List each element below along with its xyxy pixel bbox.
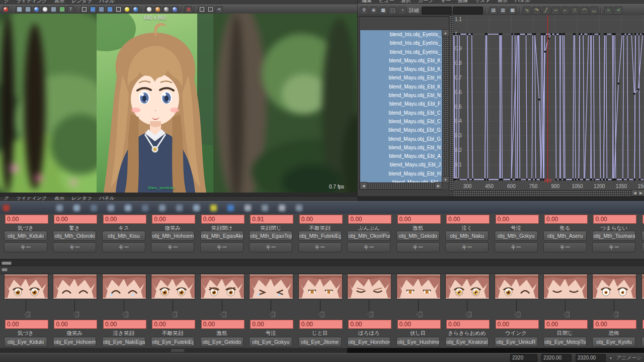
mouth-key-button[interactable]: キー [543,242,587,252]
graph-menu-item-1[interactable]: ビュー [378,0,394,4]
graph-menu-item-4[interactable]: キー [440,0,451,4]
range-end-field[interactable]: 2320.00 [541,354,572,362]
mouth-object-button[interactable]: obj_Mth_Gekido [396,231,440,241]
eye-slider-track[interactable] [74,300,75,314]
channel-row[interactable]: blend_Mayu.obj_Ebl_C [360,117,442,126]
eye-slider-track[interactable] [418,300,419,314]
eye-thumbnail-6[interactable] [298,274,343,299]
checker-cube-icon[interactable] [115,6,122,13]
wireshade-cube-icon[interactable] [106,6,114,13]
spline-tangent-icon[interactable]: ∿ [523,7,531,15]
graph-menu-item-7[interactable]: 表示 [497,0,508,4]
mouth-key-button[interactable]: キー [298,242,342,252]
eye-thumbnail-0[interactable] [4,274,48,299]
mouth-value-field[interactable]: 0.00 [446,215,490,224]
mouth-object-button[interactable]: obj_Mth_Hohoemi [151,231,194,241]
graph-scroll-right-icon[interactable]: ▶ [637,190,644,196]
eye-thumbnail-11[interactable] [543,274,588,299]
eye-value-field[interactable]: 0.00 [496,320,539,329]
eye-slider-handle[interactable] [24,312,30,317]
mouth-object-button[interactable]: obj_Mth_Naku [445,231,489,241]
eye-object-button[interactable]: obj_Eye_Jitome [298,337,342,347]
eye-slider-handle[interactable] [465,312,471,317]
eye-object-button[interactable]: obj_Eye_FutekiEgao [151,337,194,347]
mouth-object-button[interactable]: obj_Mth_Tsumaranai [592,231,635,241]
sphere-white-icon[interactable] [41,6,49,13]
mouth-object-button[interactable] [641,231,644,241]
graph-menu-item-2[interactable]: 選択 [401,0,412,4]
graph-hscrollbar[interactable] [453,190,632,196]
eye-slider-handle[interactable] [515,312,521,317]
manip-white-icon[interactable] [145,6,153,13]
split-view-icon[interactable] [58,6,66,13]
lattice-icon[interactable]: ▦ [379,7,387,15]
eye-slider-track[interactable] [614,300,614,314]
cube-a-icon[interactable] [198,6,206,13]
mouth-key-button[interactable]: キー [4,242,47,252]
eye-object-button[interactable]: obj_Eye_Kyofu [592,337,635,347]
eye-thumbnail-13[interactable] [641,274,644,299]
channel-row[interactable]: blend_Iris.obj_EyeIris_ [360,48,442,56]
eye-thumbnail-4[interactable] [200,274,245,299]
eye-thumbnail-8[interactable] [396,274,441,299]
textured-cube-icon[interactable] [98,6,105,13]
mouth-key-button[interactable]: キー [396,242,440,252]
fixed-tangent-icon[interactable]: ◡ [590,7,598,15]
scroll-right-icon[interactable]: ▶ [435,182,442,190]
timebar-grip-dots[interactable] [171,349,184,352]
eye-slider-handle[interactable] [417,312,423,317]
eye-thumbnail-1[interactable] [53,274,97,299]
separator-grip-handle[interactable] [2,261,12,265]
chevron-down-icon[interactable]: ▾ [610,356,612,360]
mouth-key-button[interactable]: キー [592,242,635,252]
outliner-hscrollbar[interactable] [366,183,436,190]
eye-slider-handle[interactable] [318,312,325,317]
eye-thumbnail-2[interactable] [102,274,146,299]
mouth-key-button[interactable]: キー [53,242,96,252]
eye-object-button[interactable]: obj_Eye_MetojiTsuyo [543,337,587,347]
viewport-menu-item-3[interactable]: レンダラ [71,0,92,5]
region-key-icon[interactable]: ⬚ [388,7,397,15]
stat-field-1[interactable] [422,7,452,15]
mouth-value-field[interactable]: 0.00 [397,215,441,224]
mouth-object-button[interactable]: obj_Mth_Aseru [543,231,587,241]
eye-slider-track[interactable] [369,300,369,314]
brush-icon[interactable] [2,6,10,13]
eye-slider-track[interactable] [124,300,124,314]
channel-row[interactable]: blend_Mayu.obj_Ebl_N [360,91,442,100]
eye-slider-track[interactable] [271,300,271,314]
mouth-value-field[interactable]: 0.00 [299,215,343,224]
light-blue-icon[interactable] [132,6,139,13]
hierarchy-icon[interactable] [16,6,23,13]
eye-slider-track[interactable] [222,300,222,314]
channel-row[interactable]: blend_Mayu.obj_Ebl_G [360,135,442,143]
graph-menu-item-8[interactable]: パネル [514,0,530,4]
viewport-menu-item-4[interactable]: パネル [99,0,115,5]
scroll-down-icon[interactable]: ▼ [442,176,449,183]
flat-tangent-icon[interactable]: ─ [551,7,560,15]
mouth-value-field[interactable]: 0.00 [496,215,539,224]
viewport-3d-canvas[interactable]: 640 x 860 0.7 fps Maru_serafuku [0,14,357,193]
channel-row[interactable]: blend_Mayu.obj_Ebl_K [360,65,442,73]
normalized-view-icon[interactable]: ▩ [508,7,517,15]
mouth-key-button[interactable]: キー [151,242,194,252]
eye-slider-track[interactable] [320,300,320,314]
channel-row[interactable]: blend_Iris.obj_EyeIris_ [360,30,442,39]
eye-value-field[interactable]: 0.00 [152,320,195,329]
eye-object-button[interactable]: obj_Eye_KirakiraOmeme [445,337,489,347]
mouth-object-button[interactable]: obj_Mth_Odoroki [53,231,96,241]
eye-value-field[interactable]: 0.00 [5,320,48,329]
shaded-cube-icon[interactable] [89,6,97,13]
wire-cube-icon[interactable] [80,6,88,13]
eye-value-field[interactable]: 0.00 [348,320,391,329]
eye-slider-track[interactable] [516,300,517,314]
manip-gray-icon[interactable] [163,6,170,13]
eye-object-button[interactable]: obj_Eye_Kiduki [4,337,47,347]
eye-object-button[interactable]: obj_Eye_UinkuR [495,337,538,347]
mouth-value-field[interactable]: 0.00 [544,215,588,224]
mouth-value-field[interactable]: 0.00 [5,215,48,224]
playback-end-field[interactable]: 2320.00 [576,354,606,362]
eye-slider-handle[interactable] [612,312,618,317]
graph-menu-item-0[interactable]: 編集 [361,0,372,4]
mouth-key-button[interactable]: キー [249,242,292,252]
